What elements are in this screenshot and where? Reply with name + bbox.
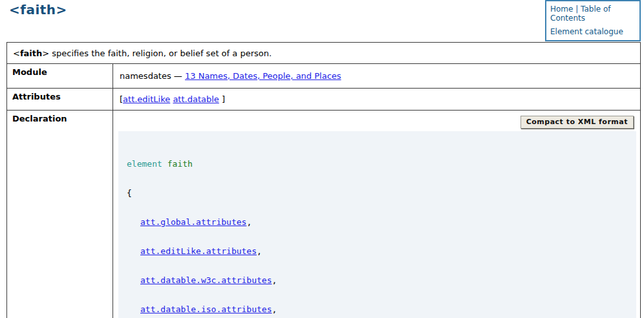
att-datable-w3c-attributes-link[interactable]: att.datable.w3c.attributes	[140, 275, 272, 285]
att-datable-link[interactable]: att.datable	[173, 94, 219, 104]
declaration-code-block: elementfaith { att.global.attributes, at…	[118, 131, 636, 318]
code-comma: ,	[272, 304, 277, 314]
page-title: <faith>	[9, 2, 67, 17]
attributes-value: [att.editLike att.datable ]	[113, 89, 641, 111]
desc-tag-name: faith	[20, 48, 42, 58]
nav-home-link[interactable]: Home	[550, 5, 573, 14]
desc-tag-open: <	[13, 48, 20, 58]
element-spec-table: <faith> specifies the faith, religion, o…	[6, 42, 641, 318]
declaration-toolbar: Compact to XML format	[113, 111, 640, 130]
code-comma: ,	[246, 217, 252, 227]
description-row: <faith> specifies the faith, religion, o…	[7, 43, 641, 64]
att-editlike-attributes-link[interactable]: att.editLike.attributes	[140, 246, 257, 256]
nav-separator: |	[573, 5, 581, 14]
nav-element-catalogue-link[interactable]: Element catalogue	[550, 27, 623, 36]
declaration-label: Declaration	[7, 111, 113, 318]
attributes-bracket-close: ]	[219, 94, 225, 104]
page: <faith> Home | Table of Contents Element…	[0, 0, 644, 318]
module-value: namesdates — 13 Names, Dates, People, an…	[113, 64, 641, 89]
nav-line-2: Element catalogue	[550, 27, 637, 36]
att-global-attributes-link[interactable]: att.global.attributes	[140, 217, 246, 227]
code-line: att.datable.w3c.attributes,	[127, 275, 626, 285]
desc-tag-close: >	[42, 48, 49, 58]
module-row: Module namesdates — 13 Names, Dates, Peo…	[7, 64, 641, 89]
code-keyword: element	[127, 159, 162, 169]
att-datable-iso-attributes-link[interactable]: att.datable.iso.attributes	[140, 304, 272, 314]
code-line: att.editLike.attributes,	[127, 246, 626, 256]
code-line: elementfaith	[127, 159, 626, 169]
attributes-label: Attributes	[7, 89, 113, 111]
nav-box: Home | Table of Contents Element catalog…	[545, 0, 641, 41]
desc-text: specifies the faith, religion, or belief…	[49, 48, 272, 58]
code-element-name: faith	[167, 159, 193, 169]
code-brace-open: {	[127, 188, 132, 198]
code-comma: ,	[272, 275, 277, 285]
module-name: namesdates —	[120, 71, 185, 81]
code-line: att.datable.iso.attributes,	[127, 304, 626, 314]
module-chapter-link[interactable]: 13 Names, Dates, People, and Places	[185, 71, 341, 81]
att-editlike-link[interactable]: att.editLike	[123, 94, 170, 104]
attributes-row: Attributes [att.editLike att.datable ]	[7, 89, 641, 111]
module-label: Module	[7, 64, 113, 89]
code-comma: ,	[257, 246, 262, 256]
declaration-value: Compact to XML format elementfaith { att…	[113, 111, 641, 318]
declaration-row: Declaration Compact to XML format elemen…	[7, 111, 641, 318]
element-description: <faith> specifies the faith, religion, o…	[7, 43, 641, 64]
code-line: {	[127, 188, 626, 198]
nav-line-1: Home | Table of Contents	[550, 5, 637, 23]
compact-to-xml-button[interactable]: Compact to XML format	[521, 116, 634, 129]
code-line: att.global.attributes,	[127, 217, 626, 227]
